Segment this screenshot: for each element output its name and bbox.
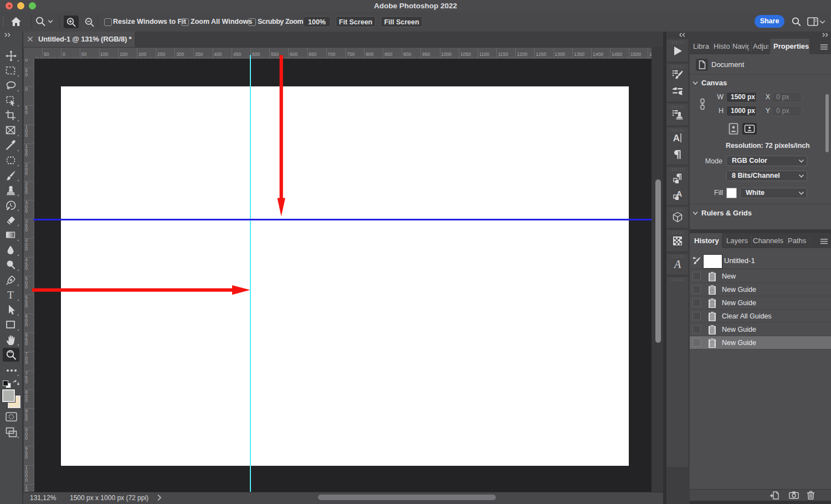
svg-text:T: T <box>7 289 14 300</box>
svg-text:A: A <box>673 258 681 270</box>
svg-text:A: A <box>673 133 680 143</box>
